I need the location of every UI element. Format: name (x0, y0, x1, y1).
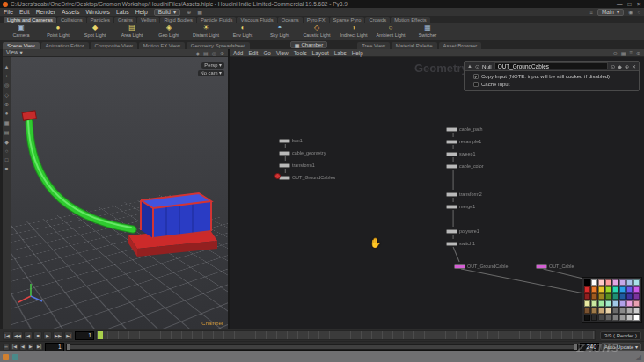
palette-swatch-42[interactable] (598, 315, 604, 321)
grid-icon[interactable]: ▤ (203, 50, 209, 56)
node-shape[interactable] (446, 152, 457, 156)
network-overview-icon[interactable]: ▦ (621, 50, 626, 56)
node-sweep1[interactable]: sweep1 (446, 151, 476, 156)
pane-tab-animation-editor[interactable]: Animation Editor (41, 42, 89, 49)
palette-swatch-17[interactable] (591, 293, 597, 300)
shelf-tab-grains[interactable]: Grains (114, 17, 136, 23)
cook-mode-selector[interactable]: Auto Update ▾ (601, 343, 641, 351)
pane-tab-composite-view[interactable]: Composite View (91, 42, 137, 49)
node-shape[interactable] (536, 264, 547, 269)
shelf-tool-indirect-light[interactable]: ◑Indirect Light (338, 25, 370, 38)
network-menu-edit[interactable]: Edit (248, 50, 258, 56)
palette-swatch-20[interactable] (612, 293, 618, 300)
transport-[interactable]: ■ (33, 331, 42, 340)
palette-swatch-22[interactable] (626, 293, 633, 300)
view-tool-icon[interactable]: ▦ (4, 119, 10, 126)
message-log-icon[interactable] (3, 354, 9, 360)
palette-swatch-5[interactable] (619, 279, 626, 286)
shelf-tab-oceans[interactable]: Oceans (278, 17, 303, 23)
menu-help[interactable]: Help (135, 9, 148, 15)
palette-swatch-13[interactable] (619, 286, 626, 293)
playback-option-button[interactable]: ◀ (19, 344, 26, 351)
menu-edit[interactable]: Edit (19, 9, 30, 15)
palette-swatch-7[interactable] (633, 279, 640, 286)
palette-swatch-16[interactable] (584, 293, 590, 300)
menu-file[interactable]: File (4, 9, 13, 15)
palette-swatch-44[interactable] (612, 315, 618, 321)
palette-swatch-27[interactable] (605, 300, 611, 307)
transport-[interactable]: ▶| (64, 331, 73, 340)
network-menu-add[interactable]: Add (233, 50, 243, 56)
node-box1[interactable]: box1 (279, 138, 303, 143)
checkbox-checked[interactable]: ✓ (473, 74, 479, 79)
palette-swatch-46[interactable] (626, 315, 633, 321)
hammer-icon[interactable]: ⊕ (187, 9, 191, 15)
palette-swatch-15[interactable] (633, 286, 640, 293)
node-shape[interactable] (446, 242, 457, 246)
transport-[interactable]: ◀ (24, 331, 33, 340)
pane-maximize-icon[interactable]: ⊕ (220, 50, 224, 56)
node-cable-geometry[interactable]: cable_geometry (279, 150, 326, 156)
node-out-cable[interactable]: OUT_Cable (536, 264, 574, 269)
shelf-tab-lights-and-cameras[interactable]: Lights and Cameras (4, 17, 56, 23)
node-out-groundcables[interactable]: OUT_GroundCables (279, 175, 335, 180)
range-start-handle[interactable] (67, 344, 70, 350)
close-button[interactable]: ✕ (637, 1, 641, 8)
shelf-tool-distant-light[interactable]: ☀Distant Light (190, 25, 222, 38)
node-shape[interactable] (446, 192, 457, 197)
node-shape[interactable] (279, 163, 290, 168)
palette-swatch-38[interactable] (626, 308, 633, 314)
palette-swatch-33[interactable] (591, 308, 597, 314)
desktop-selector[interactable]: Build ▾ (154, 9, 180, 16)
palette-swatch-14[interactable] (626, 286, 633, 293)
pane-maximize-icon[interactable]: ⊕ (636, 50, 640, 56)
node-transform1[interactable]: transform1 (279, 163, 315, 168)
node-transform2[interactable]: transform2 (446, 192, 482, 197)
shelf-tab-sparse-pyro[interactable]: Sparse Pyro (330, 17, 365, 23)
palette-swatch-11[interactable] (605, 286, 611, 293)
palette-swatch-9[interactable] (591, 286, 597, 293)
shelf-tool-area-light[interactable]: ▤Area Light (116, 25, 148, 38)
rotate-tool-icon[interactable]: ◎ (4, 82, 9, 88)
pane-tab-material-palette[interactable]: Material Palette (392, 42, 437, 49)
palette-swatch-36[interactable] (612, 308, 618, 314)
viewport-canvas[interactable]: Persp ▾ No cam ▾ Chamber (11, 57, 228, 329)
shelf-tool-env-light[interactable]: ◐Env Light (227, 25, 259, 38)
gear-icon[interactable]: ⊙ (611, 63, 615, 69)
network-menu-help[interactable]: Help (352, 50, 363, 56)
network-breadcrumb[interactable]: ▦Chamber (290, 41, 327, 48)
snapping-icon[interactable]: ◆ (195, 50, 200, 56)
snap-prim-icon[interactable]: ◆ (4, 139, 9, 145)
node-shape[interactable] (446, 127, 457, 132)
snap-point-icon[interactable]: ○ (5, 148, 9, 154)
palette-swatch-8[interactable] (584, 286, 590, 293)
node-shape[interactable] (279, 151, 290, 156)
node-out-groundcable[interactable]: OUT_GroundCable (454, 264, 508, 269)
palette-swatch-25[interactable] (591, 300, 597, 307)
node-shape[interactable] (454, 264, 465, 269)
node-shape[interactable] (446, 164, 457, 169)
palette-swatch-24[interactable] (584, 300, 590, 307)
network-menu-labs[interactable]: Labs (334, 50, 347, 56)
palette-swatch-4[interactable] (612, 279, 618, 286)
render-progress-chip[interactable]: 3/9 ( Render ) (600, 331, 641, 340)
transport-[interactable]: |◀ (3, 331, 11, 340)
expand-icon[interactable]: ⊕ (625, 63, 629, 69)
timeline-ruler[interactable] (96, 330, 596, 340)
node-merge1[interactable]: merge1 (446, 204, 475, 209)
palette-swatch-47[interactable] (633, 315, 640, 321)
shelf-tab-pyro-fx[interactable]: Pyro FX (304, 17, 329, 23)
palette-swatch-10[interactable] (598, 286, 604, 293)
resize-grip[interactable]: ◢ (636, 353, 641, 361)
node-shape[interactable] (446, 140, 457, 144)
viewport-menu-button[interactable]: View ▾ (6, 49, 23, 56)
palette-swatch-26[interactable] (598, 300, 604, 307)
shelf-tab-particle-fluids[interactable]: Particle Fluids (197, 17, 236, 23)
minimize-button[interactable]: — (617, 1, 623, 8)
select-arrow-icon[interactable]: ▲ (467, 63, 472, 69)
palette-swatch-21[interactable] (619, 293, 626, 300)
palette-swatch-3[interactable] (605, 279, 611, 286)
snap-grid-icon[interactable]: ▤ (4, 129, 10, 135)
close-icon[interactable]: ✕ (632, 63, 636, 69)
shelf-tab-viscous-fluids[interactable]: Viscous Fluids (237, 17, 276, 23)
